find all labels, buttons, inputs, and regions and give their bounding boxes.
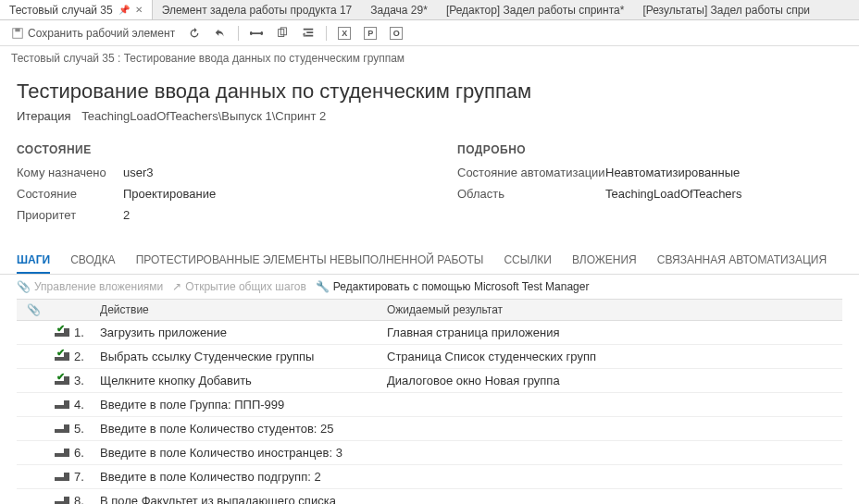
- document-tabs: Тестовый случай 35 📌 ✕ Элемент задела ра…: [0, 0, 859, 20]
- detail-section: ПОДРОБНО Состояние автоматизации Неавтом…: [457, 143, 842, 229]
- iteration-value[interactable]: TeachingLoadOfTeachers\Выпуск 1\Спринт 2: [81, 109, 326, 123]
- tab-links[interactable]: ССЫЛКИ: [504, 248, 551, 274]
- tab-task-29[interactable]: Задача 29*: [361, 0, 437, 19]
- automation-state-value[interactable]: Неавтоматизированные: [605, 166, 740, 179]
- row-attach-cell: [17, 417, 50, 426]
- tab-attachments[interactable]: ВЛОЖЕНИЯ: [572, 248, 637, 274]
- row-attach-cell: [17, 345, 50, 354]
- state-x-button[interactable]: X: [334, 25, 355, 42]
- manage-attachments-button[interactable]: 📎 Управление вложениями: [17, 280, 163, 293]
- step-number: 7.: [74, 465, 94, 488]
- step-type-icon: [50, 393, 74, 416]
- priority-label: Приоритет: [17, 208, 123, 222]
- edit-mtm-button[interactable]: 🔧 Редактировать с помощью Microsoft Test…: [316, 280, 590, 293]
- priority-value[interactable]: 2: [123, 208, 130, 222]
- copy-icon: [276, 27, 289, 40]
- step-action[interactable]: Введите в поле Количество подгрупп: 2: [94, 465, 381, 488]
- step-expected-result[interactable]: Главная страница приложения: [381, 321, 842, 344]
- o-box-icon: О: [390, 27, 403, 40]
- step-action[interactable]: Введите в поле Количество иностранцев: 3: [94, 441, 381, 464]
- state-value[interactable]: Проектирование: [123, 187, 216, 201]
- grid-body: ✔1.Загрузить приложениеГлавная страница …: [17, 321, 842, 504]
- pin-icon[interactable]: 📌: [118, 5, 130, 15]
- step-number: 1.: [74, 321, 94, 344]
- tab-label: Задача 29*: [370, 4, 428, 17]
- assigned-to-row: Кому назначено user3: [17, 166, 402, 179]
- table-row[interactable]: 8.В поле Факультет из выпадающего списка…: [17, 489, 842, 504]
- state-o-button[interactable]: О: [386, 25, 406, 42]
- step-type-icon: ✔: [50, 321, 74, 344]
- work-item-form: Тестирование ввода данных по студенчески…: [0, 80, 859, 229]
- num-header: [74, 300, 94, 320]
- page-title: Тестирование ввода данных по студенчески…: [17, 80, 842, 104]
- refresh-button[interactable]: [184, 25, 205, 42]
- area-label: Область: [457, 187, 605, 201]
- tab-backlog-item-17[interactable]: Элемент задела работы продукта 17: [153, 0, 362, 19]
- row-attach-cell: [17, 465, 50, 474]
- tab-editor-sprint-backlog[interactable]: [Редактор] Задел работы спринта*: [437, 0, 634, 19]
- action-header[interactable]: Действие: [94, 300, 381, 320]
- tab-steps[interactable]: ШАГИ: [17, 248, 50, 274]
- state-p-button[interactable]: Р: [360, 25, 380, 42]
- table-row[interactable]: ✔2.Выбрать ссылку Студенческие группыСтр…: [17, 345, 842, 369]
- x-box-icon: X: [338, 27, 351, 40]
- assigned-to-value[interactable]: user3: [123, 166, 154, 179]
- row-attach-cell: [17, 441, 50, 450]
- outdent-icon: [302, 27, 315, 40]
- save-label: Сохранить рабочий элемент: [28, 27, 175, 40]
- close-icon[interactable]: ✕: [135, 5, 143, 15]
- refresh-icon: [188, 27, 201, 40]
- step-expected-result[interactable]: [381, 465, 842, 474]
- p-box-icon: Р: [364, 27, 377, 40]
- undo-icon: [214, 27, 227, 40]
- state-section: СОСТОЯНИЕ Кому назначено user3 Состояние…: [17, 143, 402, 229]
- step-type-icon: ✔: [50, 369, 74, 392]
- step-action[interactable]: Введите в поле Количество студентов: 25: [94, 417, 381, 440]
- step-action[interactable]: В поле Факультет из выпадающего списка в…: [94, 489, 381, 504]
- step-expected-result[interactable]: [381, 489, 842, 498]
- step-action[interactable]: Введите в поле Группа: ППП-999: [94, 393, 381, 416]
- table-row[interactable]: 5.Введите в поле Количество студентов: 2…: [17, 417, 842, 441]
- table-row[interactable]: 4.Введите в поле Группа: ППП-999: [17, 393, 842, 417]
- automation-state-row: Состояние автоматизации Неавтоматизирова…: [457, 166, 842, 179]
- edit-mtm-label: Редактировать с помощью Microsoft Test M…: [333, 280, 590, 293]
- toolbar-separator: [238, 26, 239, 41]
- row-attach-cell: [17, 489, 50, 498]
- work-item-toolbar: Сохранить рабочий элемент X Р О: [0, 20, 859, 46]
- tab-tested-backlog[interactable]: ПРОТЕСТИРОВАННЫЕ ЭЛЕМЕНТЫ НЕВЫПОЛНЕННОЙ …: [136, 248, 484, 274]
- copy-button[interactable]: [272, 25, 293, 42]
- step-action[interactable]: Выбрать ссылку Студенческие группы: [94, 345, 381, 368]
- step-expected-result[interactable]: Диалоговое окно Новая группа: [381, 369, 842, 392]
- step-number: 3.: [74, 369, 94, 392]
- tab-results-sprint-backlog[interactable]: [Результаты] Задел работы спри: [633, 0, 819, 19]
- tab-label: Элемент задела работы продукта 17: [162, 4, 353, 17]
- state-heading: СОСТОЯНИЕ: [17, 143, 402, 156]
- tab-automation[interactable]: СВЯЗАННАЯ АВТОМАТИЗАЦИЯ: [657, 248, 827, 274]
- tab-summary[interactable]: СВОДКА: [70, 248, 115, 274]
- state-label: Состояние: [17, 187, 123, 201]
- undo-button[interactable]: [210, 25, 230, 42]
- attach-header[interactable]: 📎: [17, 300, 50, 320]
- table-row[interactable]: ✔3.Щелкните кнопку ДобавитьДиалоговое ок…: [17, 369, 842, 393]
- automation-state-label: Состояние автоматизации: [457, 166, 605, 179]
- step-expected-result[interactable]: [381, 393, 842, 402]
- area-value[interactable]: TeachingLoadOfTeachers: [605, 187, 741, 201]
- tab-test-case-35[interactable]: Тестовый случай 35 📌 ✕: [0, 0, 153, 19]
- save-button[interactable]: Сохранить рабочий элемент: [7, 25, 179, 42]
- mtm-icon: 🔧: [316, 280, 330, 293]
- result-header[interactable]: Ожидаемый результат: [381, 300, 842, 320]
- open-shared-label: Открытие общих шагов: [185, 280, 306, 293]
- step-expected-result[interactable]: [381, 417, 842, 426]
- step-action[interactable]: Загрузить приложение: [94, 321, 381, 344]
- table-row[interactable]: 7.Введите в поле Количество подгрупп: 2: [17, 465, 842, 489]
- table-row[interactable]: 6.Введите в поле Количество иностранцев:…: [17, 441, 842, 465]
- link-button[interactable]: [246, 25, 267, 42]
- step-expected-result[interactable]: Страница Список студенческих групп: [381, 345, 842, 368]
- step-expected-result[interactable]: [381, 441, 842, 450]
- table-row[interactable]: ✔1.Загрузить приложениеГлавная страница …: [17, 321, 842, 345]
- outdent-button[interactable]: [298, 25, 318, 42]
- open-shared-steps-button[interactable]: ↗ Открытие общих шагов: [172, 280, 306, 293]
- step-action[interactable]: Щелкните кнопку Добавить: [94, 369, 381, 392]
- step-number: 4.: [74, 393, 94, 416]
- link-icon: [250, 27, 263, 40]
